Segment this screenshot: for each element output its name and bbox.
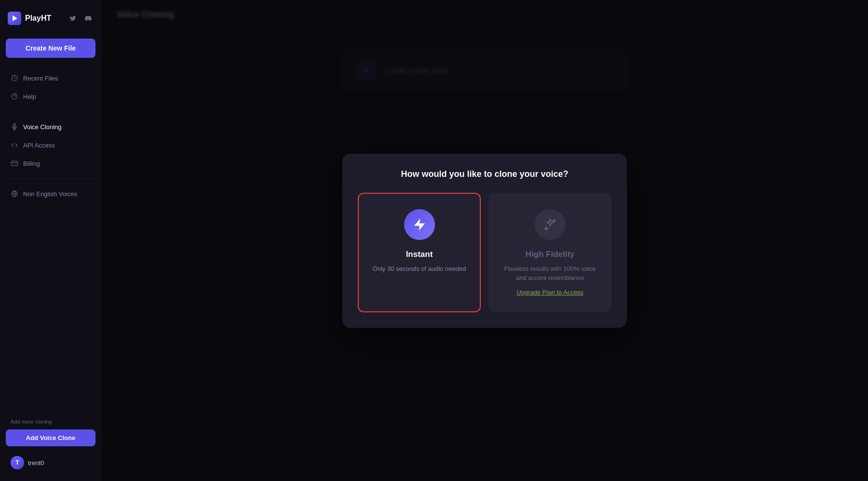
svg-marker-12 <box>414 218 425 230</box>
sidebar-divider <box>6 112 95 112</box>
high-fidelity-title: High Fidelity <box>526 250 575 259</box>
sidebar-item-billing[interactable]: Billing <box>6 155 95 172</box>
twitter-icon[interactable] <box>68 13 78 24</box>
sidebar-bottom: Add more cloning Add Voice Clone T trent… <box>6 417 95 473</box>
sidebar-item-label: API Access <box>23 142 55 149</box>
sidebar-item-label: Voice Cloning <box>23 123 62 131</box>
high-fidelity-description: Flawless results with 100% voice and acc… <box>501 264 599 283</box>
recent-files-icon <box>11 74 18 82</box>
sparkle-icon <box>543 218 557 231</box>
sidebar: PlayHT Create New File Recent Files Help… <box>0 0 101 481</box>
high-fidelity-icon-wrap <box>535 209 566 240</box>
instant-icon-wrap <box>404 209 435 240</box>
modal-title: How would you like to clone your voice? <box>358 169 611 179</box>
social-icons <box>68 13 94 24</box>
svg-rect-6 <box>12 161 18 165</box>
voice-cloning-icon <box>11 123 18 131</box>
sidebar-item-label: Billing <box>23 160 40 167</box>
discord-icon[interactable] <box>83 13 94 24</box>
bolt-icon <box>412 217 427 232</box>
sidebar-item-label: Help <box>23 93 36 100</box>
logo-icon <box>8 12 21 25</box>
globe-icon <box>11 190 18 198</box>
upgrade-label: Add more cloning <box>6 417 95 427</box>
sidebar-item-label: Non English Voices <box>23 190 77 198</box>
sidebar-item-api-access[interactable]: API Access <box>6 136 95 154</box>
user-avatar: T <box>11 456 24 469</box>
modal-options: Instant Only 30 seconds of audio needed … <box>358 193 611 312</box>
instant-description: Only 30 seconds of audio needed <box>373 264 466 274</box>
sidebar-item-voice-cloning[interactable]: Voice Cloning <box>6 118 95 135</box>
create-new-file-button[interactable]: Create New File <box>6 39 95 58</box>
modal-overlay: How would you like to clone your voice? … <box>101 0 868 481</box>
api-access-icon <box>11 141 18 149</box>
user-name: trent0 <box>28 459 44 467</box>
add-voice-clone-button[interactable]: Add Voice Clone <box>6 429 95 446</box>
high-fidelity-option-card[interactable]: High Fidelity Flawless results with 100%… <box>488 193 611 312</box>
sidebar-item-non-english-voices[interactable]: Non English Voices <box>6 185 95 202</box>
sidebar-item-help[interactable]: Help <box>6 88 95 105</box>
sidebar-divider-2 <box>6 179 95 179</box>
sidebar-item-recent-files[interactable]: Recent Files <box>6 69 95 87</box>
help-icon <box>11 93 18 100</box>
svg-marker-0 <box>13 15 17 21</box>
sidebar-item-label: Recent Files <box>23 75 58 82</box>
logo-area: PlayHT <box>6 8 95 29</box>
user-profile[interactable]: T trent0 <box>6 452 95 473</box>
billing-icon <box>11 160 18 167</box>
instant-option-card[interactable]: Instant Only 30 seconds of audio needed <box>358 193 481 312</box>
upgrade-plan-link[interactable]: Upgrade Plan to Access <box>516 289 583 296</box>
clone-voice-modal: How would you like to clone your voice? … <box>342 154 627 328</box>
logo-text: PlayHT <box>25 14 51 23</box>
instant-title: Instant <box>406 250 433 259</box>
